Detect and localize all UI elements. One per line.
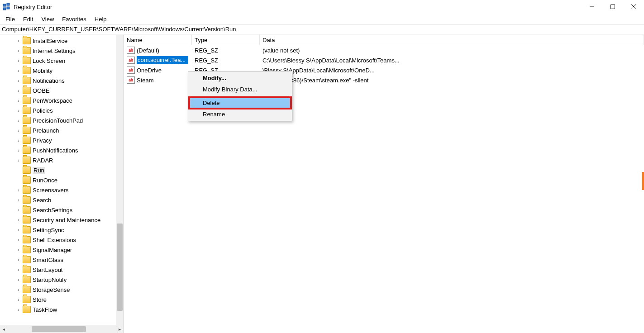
tree-item[interactable]: ›SignalManager <box>0 245 124 255</box>
tree-item[interactable]: ›Search <box>0 195 124 205</box>
chevron-right-icon[interactable]: › <box>15 128 22 133</box>
tree-item[interactable]: ›Internet Settings <box>0 46 124 56</box>
folder-icon <box>23 226 31 233</box>
tree-item[interactable]: ›Shell Extensions <box>0 235 124 245</box>
column-header-name[interactable]: Name <box>124 35 192 45</box>
chevron-right-icon[interactable]: › <box>15 257 22 262</box>
list-row[interactable]: ab(Default)REG_SZ(value not set) <box>124 45 644 55</box>
tree-item[interactable]: ›Mobility <box>0 66 124 76</box>
chevron-right-icon[interactable]: › <box>15 238 22 243</box>
tree-item-label: StartupNotify <box>33 276 67 283</box>
tree-item-label: SmartGlass <box>33 257 63 263</box>
chevron-right-icon[interactable]: › <box>15 148 22 153</box>
tree-item[interactable]: ›Screensavers <box>0 185 124 195</box>
chevron-right-icon[interactable]: › <box>15 88 22 93</box>
tree-item[interactable]: ›OOBE <box>0 86 124 95</box>
tree-item[interactable]: ›Lock Screen <box>0 56 124 66</box>
chevron-right-icon[interactable]: › <box>15 68 22 73</box>
chevron-right-icon[interactable]: › <box>15 297 22 302</box>
chevron-right-icon[interactable]: › <box>15 267 22 272</box>
close-button[interactable] <box>623 0 644 14</box>
folder-icon <box>23 166 31 174</box>
cell-data: \Blessy S\AppData\Local\Microsoft\OneD..… <box>260 65 644 75</box>
chevron-right-icon[interactable]: › <box>15 118 22 123</box>
tree-item[interactable]: ›RunOnce <box>0 175 124 185</box>
list-header: Name Type Data <box>124 35 644 45</box>
address-bar[interactable]: Computer\HKEY_CURRENT_USER\SOFTWARE\Micr… <box>0 24 644 34</box>
folder-icon <box>23 206 31 214</box>
menu-item-help[interactable]: Help <box>91 15 110 24</box>
tree-item[interactable]: ›PenWorkspace <box>0 95 124 105</box>
context-menu-item-delete[interactable]: Delete <box>189 97 291 109</box>
tree-item[interactable]: ›InstallService <box>0 36 124 46</box>
tree-item[interactable]: ›PushNotifications <box>0 145 124 155</box>
list-row[interactable]: abcom.squirrel.Tea...REG_SZC:\Users\Bles… <box>124 55 644 65</box>
tree-item[interactable]: ›Run <box>0 165 124 175</box>
chevron-right-icon[interactable]: › <box>15 98 22 103</box>
cell-type: REG_SZ <box>192 55 260 65</box>
folder-icon <box>23 296 31 303</box>
chevron-right-icon[interactable]: › <box>15 287 22 292</box>
tree-item[interactable]: ›Prelaunch <box>0 125 124 135</box>
chevron-right-icon[interactable]: › <box>15 48 22 53</box>
tree-item[interactable]: ›Store <box>0 295 124 304</box>
column-header-type[interactable]: Type <box>192 35 260 45</box>
tree-item-label: Lock Screen <box>33 57 65 64</box>
chevron-right-icon[interactable]: › <box>15 78 22 83</box>
menu-item-favorites[interactable]: Favorites <box>58 15 90 24</box>
folder-icon <box>23 216 31 224</box>
tree-item-label: InstallService <box>33 38 67 44</box>
menu-item-file[interactable]: File <box>2 15 19 24</box>
tree-item[interactable]: ›SettingSync <box>0 225 124 235</box>
scrollbar-thumb[interactable] <box>117 224 123 311</box>
chevron-right-icon[interactable]: › <box>15 158 22 163</box>
scrollbar-left-arrow-icon[interactable]: ◂ <box>0 325 8 333</box>
value-name: OneDrive <box>137 67 162 74</box>
minimize-button[interactable] <box>582 0 602 14</box>
tree-item[interactable]: ›Policies <box>0 105 124 115</box>
scrollbar-thumb[interactable] <box>32 326 86 332</box>
tree-item[interactable]: ›Privacy <box>0 135 124 145</box>
menu-item-edit[interactable]: Edit <box>19 15 37 24</box>
titlebar: Registry Editor <box>0 0 644 14</box>
tree-item[interactable]: ›PrecisionTouchPad <box>0 115 124 125</box>
tree-item[interactable]: ›StartLayout <box>0 265 124 275</box>
folder-icon <box>23 236 31 243</box>
chevron-right-icon[interactable]: › <box>15 228 22 233</box>
svg-rect-1 <box>7 3 10 5</box>
chevron-right-icon[interactable]: › <box>15 188 22 193</box>
chevron-right-icon[interactable]: › <box>15 247 22 252</box>
chevron-right-icon[interactable]: › <box>15 277 22 282</box>
tree-item[interactable]: ›SearchSettings <box>0 205 124 215</box>
chevron-right-icon[interactable]: › <box>15 198 22 203</box>
svg-rect-0 <box>3 4 6 6</box>
tree-item[interactable]: ›Notifications <box>0 76 124 86</box>
context-menu-item-modify[interactable]: Modify... <box>189 72 291 84</box>
column-header-data[interactable]: Data <box>260 35 644 45</box>
chevron-right-icon[interactable]: › <box>15 307 22 312</box>
tree-item[interactable]: ›RADAR <box>0 155 124 165</box>
chevron-right-icon[interactable]: › <box>15 108 22 113</box>
tree-horizontal-scrollbar[interactable]: ◂ ▸ <box>0 325 124 333</box>
chevron-right-icon[interactable]: › <box>15 138 22 143</box>
tree-item-label: TaskFlow <box>33 306 57 313</box>
tree-item-label: RunOnce <box>33 177 57 184</box>
tree-item[interactable]: ›SmartGlass <box>0 255 124 265</box>
scrollbar-right-arrow-icon[interactable]: ▸ <box>116 325 124 333</box>
context-menu-item-rename[interactable]: Rename <box>189 109 291 120</box>
tree-item-label: Mobility <box>33 67 52 74</box>
folder-icon <box>23 117 31 124</box>
menu-item-view[interactable]: View <box>38 15 57 24</box>
context-menu-item-modify-binary-data[interactable]: Modify Binary Data... <box>189 84 291 95</box>
chevron-right-icon[interactable]: › <box>15 38 22 43</box>
chevron-right-icon[interactable]: › <box>15 208 22 213</box>
menubar: FileEditViewFavoritesHelp <box>0 14 644 24</box>
tree-item[interactable]: ›TaskFlow <box>0 304 124 314</box>
tree-item[interactable]: ›Security and Maintenance <box>0 215 124 225</box>
tree-item[interactable]: ›StartupNotify <box>0 275 124 285</box>
chevron-right-icon[interactable]: › <box>15 58 22 63</box>
chevron-right-icon[interactable]: › <box>15 218 22 223</box>
tree-item[interactable]: ›StorageSense <box>0 285 124 295</box>
maximize-button[interactable] <box>602 0 623 14</box>
tree-vertical-scrollbar[interactable] <box>116 35 124 325</box>
